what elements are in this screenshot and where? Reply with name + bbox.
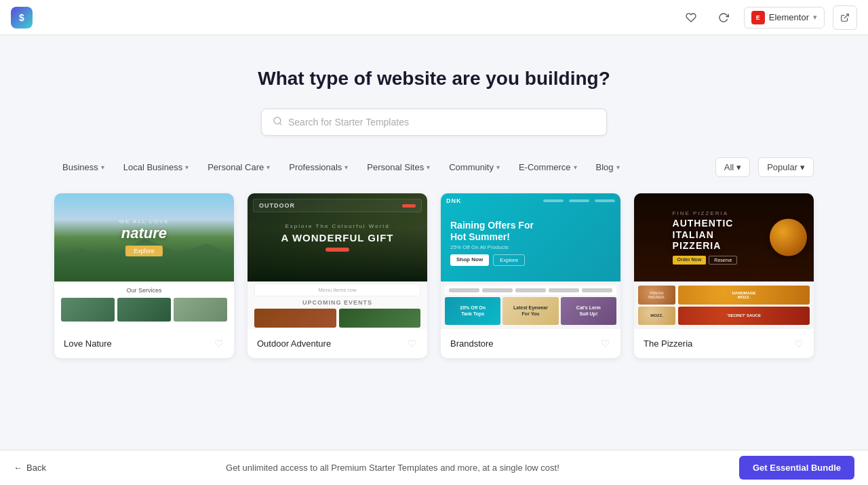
template-card-the-pizzeria[interactable]: PREMIUM Fine Pizzeria AUTHENTICITALIANPI…	[634, 193, 814, 358]
tab-professionals[interactable]: Professionals ▾	[281, 158, 356, 176]
app-logo: $	[11, 7, 33, 28]
chevron-down-icon: ▾	[344, 163, 348, 171]
template-name-the-pizzeria: The Pizzeria	[644, 338, 692, 349]
favorite-love-nature-button[interactable]: ♡	[213, 337, 224, 350]
external-link-button[interactable]	[833, 5, 857, 30]
search-icon	[273, 116, 283, 128]
template-name-love-nature: Love Nature	[64, 338, 112, 349]
template-name-outdoor-adventure: Outdoor Adventure	[257, 338, 331, 349]
templates-grid: we all love nature Explore Our Services	[54, 193, 814, 358]
favorite-outdoor-adventure-button[interactable]: ♡	[406, 337, 418, 350]
template-card-love-nature[interactable]: we all love nature Explore Our Services	[54, 193, 234, 358]
elementor-logo-icon: E	[751, 11, 765, 24]
back-arrow-icon: ←	[14, 463, 22, 473]
all-filter-dropdown[interactable]: All ▾	[715, 157, 750, 177]
template-name-brandstore: Brandstore	[450, 338, 494, 349]
back-label: Back	[26, 463, 46, 473]
svg-line-2	[279, 123, 281, 125]
template-card-outdoor-adventure[interactable]: OUTDOOR Explore The Colourful World A WO…	[248, 193, 427, 358]
template-thumb-love-nature: we all love nature Explore Our Services	[54, 193, 234, 329]
favorite-brandstore-button[interactable]: ♡	[599, 337, 611, 350]
search-box	[261, 109, 607, 136]
promo-text: Get unlimited access to all Premium Star…	[226, 463, 559, 473]
topbar: $ E Elementor ▾	[0, 0, 868, 35]
chevron-down-icon: ▾	[616, 163, 620, 171]
template-thumb-the-pizzeria: PREMIUM Fine Pizzeria AUTHENTICITALIANPI…	[634, 193, 814, 329]
sort-dropdown[interactable]: Popular ▾	[758, 157, 814, 177]
template-card-brandstore[interactable]: DNK Raining Offers ForHot Summer! 25% Of…	[441, 193, 620, 358]
search-container	[261, 109, 607, 136]
template-thumb-brandstore: DNK Raining Offers ForHot Summer! 25% Of…	[441, 193, 620, 329]
favorite-the-pizzeria-button[interactable]: ♡	[793, 337, 804, 350]
tab-e-commerce[interactable]: E-Commerce ▾	[511, 158, 585, 176]
get-bundle-button[interactable]: Get Essential Bundle	[739, 456, 854, 480]
bottom-bar: ← Back Get unlimited access to all Premi…	[0, 450, 868, 485]
template-footer-outdoor-adventure: Outdoor Adventure ♡	[248, 329, 427, 358]
tab-personal-care[interactable]: Personal Care ▾	[199, 158, 278, 176]
tab-business[interactable]: Business ▾	[54, 158, 113, 176]
elementor-chevron-icon: ▾	[813, 13, 817, 22]
topbar-right: E Elementor ▾	[679, 5, 857, 30]
template-footer-the-pizzeria: The Pizzeria ♡	[634, 329, 814, 358]
topbar-left: $	[11, 7, 33, 28]
svg-line-0	[844, 14, 848, 18]
tab-personal-sites[interactable]: Personal Sites ▾	[359, 158, 438, 176]
chevron-down-icon: ▾	[574, 163, 577, 171]
chevron-down-icon: ▾	[267, 163, 270, 171]
refresh-icon	[718, 12, 729, 23]
svg-point-1	[274, 117, 281, 124]
filter-tabs-row: Business ▾ Local Business ▾ Personal Car…	[54, 157, 814, 177]
template-thumb-outdoor-adventure: OUTDOOR Explore The Colourful World A WO…	[248, 193, 427, 329]
chevron-down-icon: ▾	[101, 163, 104, 171]
template-footer-brandstore: Brandstore ♡	[441, 329, 620, 358]
chevron-down-icon: ▾	[800, 162, 805, 172]
tab-blog[interactable]: Blog ▾	[588, 158, 628, 176]
page-title: What type of website are you building?	[54, 68, 814, 90]
chevron-down-icon: ▾	[736, 162, 741, 172]
heart-icon	[686, 12, 696, 23]
favorites-button[interactable]	[679, 5, 703, 30]
main-content: What type of website are you building? B…	[0, 0, 868, 485]
back-button[interactable]: ← Back	[14, 463, 46, 473]
content-area: What type of website are you building? B…	[0, 35, 868, 385]
chevron-down-icon: ▾	[427, 163, 430, 171]
template-footer-love-nature: Love Nature ♡	[54, 329, 234, 358]
external-link-icon	[840, 13, 850, 22]
chevron-down-icon: ▾	[496, 163, 500, 171]
elementor-selector[interactable]: E Elementor ▾	[744, 7, 825, 28]
elementor-label: Elementor	[769, 12, 809, 22]
search-input[interactable]	[288, 117, 595, 128]
refresh-button[interactable]	[711, 5, 736, 30]
chevron-down-icon: ▾	[185, 163, 189, 171]
tab-local-business[interactable]: Local Business ▾	[115, 158, 197, 176]
tab-community[interactable]: Community ▾	[441, 158, 508, 176]
